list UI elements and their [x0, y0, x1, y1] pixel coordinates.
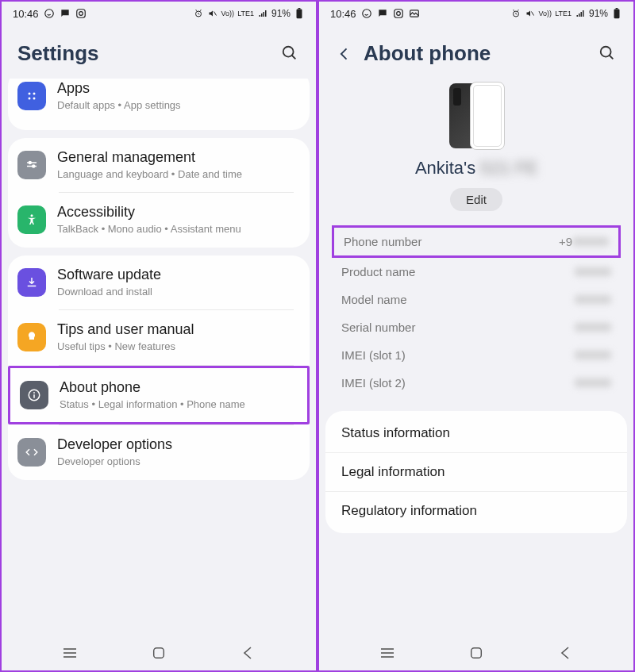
info-label: IMEI (slot 1): [341, 348, 406, 362]
device-hero: Ankita's S21 FE Edit: [325, 79, 627, 225]
edit-button[interactable]: Edit: [450, 188, 502, 211]
svg-rect-24: [154, 648, 164, 659]
info-imei-1[interactable]: IMEI (slot 1): [338, 341, 614, 369]
item-title: Software update: [57, 267, 297, 283]
status-carrier: Vo)): [221, 10, 235, 17]
status-battery-pct: 91%: [271, 8, 291, 19]
alarm-icon: [510, 8, 521, 19]
search-button[interactable]: [598, 44, 618, 63]
nav-recents[interactable]: [376, 642, 398, 664]
svg-point-17: [31, 214, 33, 217]
info-serial-number[interactable]: Serial number: [338, 313, 614, 341]
svg-line-8: [292, 55, 296, 59]
signal-icon: [257, 8, 268, 19]
blurred-value: [575, 378, 611, 387]
apps-icon: [17, 82, 46, 110]
svg-point-19: [33, 392, 35, 394]
nav-home[interactable]: [465, 642, 487, 664]
software-update-icon: [17, 268, 46, 297]
svg-point-11: [29, 98, 31, 100]
item-title: About phone: [60, 379, 294, 396]
blurred-value: [575, 351, 611, 359]
nav-bar: [319, 636, 633, 670]
info-model-name[interactable]: Model name: [338, 286, 614, 313]
settings-item-apps[interactable]: Apps Default apps • App settings: [8, 79, 310, 124]
gallery-icon: [409, 8, 420, 19]
instagram-icon: [393, 8, 404, 19]
info-label: Phone number: [344, 235, 421, 248]
link-regulatory-information[interactable]: Regulatory information: [325, 491, 627, 530]
item-sub: Useful tips • New features: [57, 340, 297, 354]
item-sub: Status • Legal information • Phone name: [60, 397, 294, 412]
info-label: Product name: [341, 265, 415, 278]
settings-item-developer[interactable]: Developer options Developer options: [8, 425, 310, 480]
settings-item-tips[interactable]: Tips and user manual Useful tips • New f…: [8, 310, 310, 365]
svg-point-33: [601, 46, 611, 56]
nav-bar: [2, 636, 316, 670]
nav-back[interactable]: [554, 642, 576, 664]
about-phone-icon: [20, 381, 48, 409]
link-status-information[interactable]: Status information: [325, 414, 627, 452]
item-title: Apps: [57, 80, 297, 97]
device-name-prefix: Ankita's: [415, 158, 475, 179]
device-image: [444, 82, 508, 152]
nav-recents[interactable]: [59, 642, 81, 664]
svg-point-25: [362, 10, 371, 18]
screenshot-settings: 10:46 Vo)) LTE1 91% Settings: [0, 0, 318, 672]
battery-icon: [294, 8, 305, 19]
info-label: Serial number: [341, 321, 415, 334]
svg-rect-26: [394, 10, 402, 18]
item-title: Developer options: [57, 436, 297, 453]
chat-icon: [60, 8, 71, 19]
item-sub: Default apps • App settings: [57, 98, 297, 113]
info-product-name[interactable]: Product name: [338, 258, 614, 286]
svg-line-4: [214, 12, 216, 16]
svg-rect-5: [297, 9, 302, 18]
info-label: IMEI (slot 2): [341, 376, 406, 390]
page-title: About phone: [364, 41, 491, 66]
whatsapp-icon: [361, 8, 372, 19]
svg-point-7: [283, 46, 294, 56]
alarm-icon: [193, 8, 204, 19]
settings-list: Apps Default apps • App settings General…: [2, 79, 316, 636]
svg-rect-1: [76, 10, 85, 18]
info-links-card: Status information Legal information Reg…: [325, 411, 627, 533]
svg-line-34: [610, 55, 614, 59]
accessibility-icon: [17, 205, 46, 234]
info-imei-2[interactable]: IMEI (slot 2): [338, 369, 614, 397]
tips-icon: [17, 323, 46, 351]
back-button[interactable]: [335, 44, 354, 63]
screenshot-about-phone: 10:46 Vo)) LTE1 91% About phone: [318, 0, 635, 672]
blurred-value: [575, 323, 611, 332]
status-carrier: Vo)): [539, 10, 552, 17]
svg-rect-32: [616, 8, 618, 9]
item-title: Accessibility: [57, 204, 297, 221]
device-info-list: Phone number +9 Product name Model name …: [325, 225, 627, 397]
settings-item-software[interactable]: Software update Download and install: [8, 255, 310, 310]
search-button[interactable]: [281, 44, 300, 63]
info-label: Model name: [341, 293, 407, 306]
settings-item-about-phone[interactable]: About phone Status • Legal information •…: [8, 366, 310, 425]
status-battery-pct: 91%: [589, 8, 608, 19]
info-phone-number[interactable]: Phone number +9: [332, 225, 621, 258]
page-title: Settings: [17, 41, 99, 66]
about-content: Ankita's S21 FE Edit Phone number +9 Pro…: [319, 79, 633, 636]
blurred-value: [575, 267, 611, 276]
svg-point-2: [79, 12, 83, 16]
svg-rect-31: [614, 9, 620, 18]
svg-point-10: [33, 93, 36, 95]
nav-home[interactable]: [148, 642, 170, 664]
svg-point-9: [29, 93, 31, 95]
item-sub: Developer options: [57, 455, 297, 469]
link-legal-information[interactable]: Legal information: [325, 452, 627, 491]
item-title: General management: [57, 149, 297, 166]
svg-point-15: [29, 161, 31, 163]
header: Settings: [2, 25, 316, 79]
status-network: LTE1: [237, 10, 254, 17]
settings-item-general[interactable]: General management Language and keyboard…: [8, 138, 310, 193]
nav-back[interactable]: [237, 642, 259, 664]
device-name-blurred: S21 FE: [479, 158, 537, 179]
settings-item-accessibility[interactable]: Accessibility TalkBack • Mono audio • As…: [8, 193, 310, 248]
battery-icon: [611, 8, 622, 19]
svg-point-27: [396, 12, 400, 16]
